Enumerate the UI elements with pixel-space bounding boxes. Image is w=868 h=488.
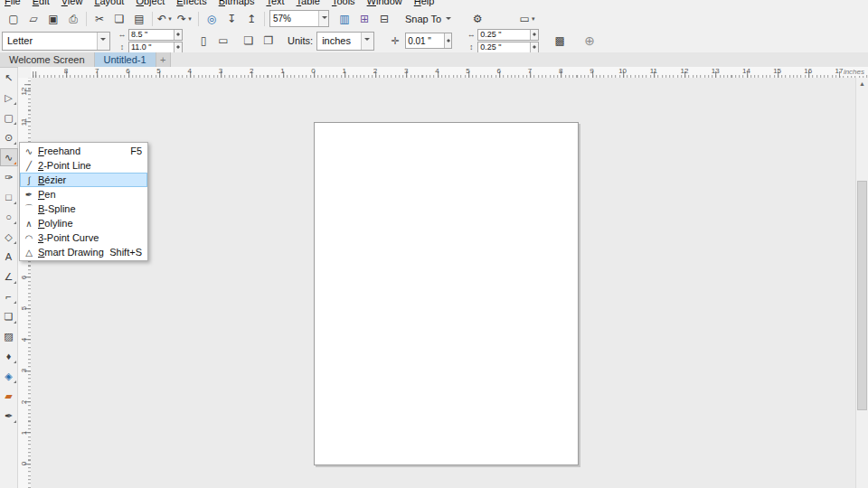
zoom-dropdown-arrow-icon[interactable] <box>318 11 328 26</box>
menu-view[interactable]: View <box>61 0 83 6</box>
flyout-item-b-zier[interactable]: ∫ Bézier <box>20 173 147 187</box>
crop-tool-button[interactable]: ▢ <box>1 109 17 126</box>
zoom-level-input[interactable] <box>270 11 318 26</box>
drawing-canvas[interactable] <box>31 78 856 488</box>
duplicate-x-spin[interactable] <box>477 29 539 41</box>
undo-button[interactable]: ↶▾ <box>156 11 175 27</box>
page-height-spinner[interactable] <box>174 42 182 52</box>
text-tool-button[interactable]: A <box>1 249 17 265</box>
save-button[interactable]: ▣ <box>43 11 63 27</box>
scrollbar-up-arrow-icon[interactable]: ▲ <box>856 78 868 89</box>
page-width-spinner[interactable] <box>174 30 182 40</box>
new-document-button[interactable]: ▢ <box>4 11 24 27</box>
parallel-dimension-tool-button[interactable]: ∠ <box>1 268 17 285</box>
menu-help[interactable]: Help <box>414 0 435 6</box>
h-ruler-number: 3 <box>219 67 222 75</box>
scrollbar-thumb[interactable] <box>857 181 867 410</box>
polygon-tool-button[interactable]: ◇ <box>1 229 17 245</box>
options-button[interactable]: ⚙ <box>467 11 487 27</box>
duplicate-y-spin[interactable] <box>477 42 539 53</box>
export-button[interactable]: ↥ <box>241 11 261 27</box>
zoom-level-combo[interactable] <box>269 10 329 27</box>
application-launcher-button[interactable]: ▭▾ <box>518 11 538 27</box>
menu-layout[interactable]: Layout <box>94 0 124 6</box>
menu-object[interactable]: Object <box>136 0 165 6</box>
print-icon: ⎙ <box>69 14 78 24</box>
menu-text[interactable]: Text <box>266 0 284 6</box>
current-page-button[interactable] <box>259 32 278 50</box>
show-grid-button[interactable]: ⊟ <box>374 11 394 27</box>
h-ruler-number: 3 <box>404 67 408 75</box>
landscape-button[interactable] <box>213 32 233 50</box>
flyout-item-b-spline[interactable]: ⌒ B-Spline <box>20 202 147 216</box>
nudge-offset-spin[interactable] <box>405 33 452 49</box>
rectangle-tool-button[interactable]: □ <box>1 189 17 205</box>
interactive-fill-tool-button[interactable]: ◈ <box>1 368 17 384</box>
artistic-media-tool-button[interactable]: ✑ <box>1 169 17 185</box>
menu-bitmaps[interactable]: Bitmaps <box>219 0 255 6</box>
copy-button[interactable]: ❏ <box>109 11 129 27</box>
export-icon: ↥ <box>247 14 256 24</box>
menu-tools[interactable]: Tools <box>332 0 355 6</box>
page-size-select[interactable]: Letter <box>2 32 110 51</box>
tab-welcome-screen[interactable]: Welcome Screen <box>0 52 95 67</box>
tab-untitled-1[interactable]: Untitled-1 <box>95 52 156 67</box>
pick-tool-button[interactable]: ↖ <box>1 70 17 86</box>
search-content-button[interactable]: ◎ <box>202 11 222 27</box>
page-width-input[interactable] <box>129 30 174 40</box>
flyout-item-3-point-curve[interactable]: ◠ 3-Point Curve <box>20 230 147 245</box>
ellipse-tool-button[interactable]: ○ <box>1 209 17 225</box>
smart-fill-tool-button[interactable]: ▰ <box>1 388 17 404</box>
vertical-ruler[interactable]: 1211109876543210 <box>18 78 32 488</box>
menu-table[interactable]: Table <box>297 0 320 6</box>
color-eyedropper-tool-button[interactable]: ♦ <box>1 348 17 364</box>
flyout-item-pen[interactable]: ✒ Pen <box>20 187 147 202</box>
page-width-spin[interactable] <box>128 29 183 41</box>
application-launcher-dropdown-arrow-icon[interactable]: ▾ <box>530 15 537 23</box>
flyout-item-2-point-line[interactable]: ╱ 2-Point Line <box>20 158 147 173</box>
portrait-button[interactable] <box>193 32 213 50</box>
connector-tool-button[interactable]: ⌐ <box>1 288 17 305</box>
new-tab-button[interactable]: + <box>156 52 171 67</box>
document-page[interactable] <box>314 122 579 465</box>
vertical-scrollbar[interactable]: ▲ <box>855 78 868 488</box>
menu-edit[interactable]: Edit <box>33 0 50 6</box>
nudge-offset-spinner[interactable] <box>444 33 452 48</box>
outline-pen-tool-button[interactable]: ✒ <box>1 408 17 424</box>
zoom-tool-button[interactable]: ⊙ <box>1 129 17 145</box>
cut-button[interactable]: ✂ <box>90 11 109 27</box>
import-button[interactable]: ↧ <box>222 11 241 27</box>
duplicate-x-spinner[interactable] <box>530 30 538 40</box>
duplicate-y-input[interactable] <box>478 42 530 52</box>
menu-file[interactable]: File <box>5 0 21 6</box>
all-pages-button[interactable] <box>239 32 259 50</box>
full-screen-preview-button[interactable]: ▥ <box>335 11 354 27</box>
show-rulers-button[interactable]: ⊞ <box>354 11 374 27</box>
flyout-item-freehand[interactable]: ∿ Freehand F5 <box>20 144 147 158</box>
menu-effects[interactable]: Effects <box>176 0 206 6</box>
transparency-tool-button[interactable]: ▨ <box>1 328 17 344</box>
redo-dropdown-arrow-icon[interactable]: ▾ <box>186 15 193 23</box>
drop-shadow-tool-button[interactable]: ❏ <box>1 308 17 324</box>
duplicate-y-spinner[interactable] <box>530 42 538 52</box>
shape-tool-button[interactable]: ▷ <box>1 89 17 106</box>
treat-as-filled-button[interactable] <box>550 32 570 50</box>
add-control-button[interactable] <box>580 32 599 50</box>
menu-window[interactable]: Window <box>367 0 402 6</box>
open-button[interactable]: ▱ <box>24 11 43 27</box>
print-button[interactable]: ⎙ <box>63 11 83 27</box>
units-select[interactable]: inches <box>316 32 374 51</box>
snap-to-dropdown[interactable]: Snap To <box>401 11 457 27</box>
redo-button[interactable]: ↷▾ <box>175 11 195 27</box>
duplicate-x-input[interactable] <box>478 30 530 40</box>
nudge-offset-input[interactable] <box>406 33 444 48</box>
units-dropdown-arrow-icon[interactable] <box>361 33 373 50</box>
freehand-tool-button[interactable]: ∿ <box>1 149 17 165</box>
undo-dropdown-arrow-icon[interactable]: ▾ <box>166 15 174 23</box>
flyout-item-smart-drawing[interactable]: △ Smart Drawing Shift+S <box>20 245 147 259</box>
paste-button[interactable]: ▤ <box>129 11 149 27</box>
flyout-item-polyline[interactable]: ∧ Polyline <box>20 216 147 230</box>
page-size-dropdown-arrow-icon[interactable] <box>97 33 109 50</box>
page-height-spin[interactable] <box>128 42 183 53</box>
page-height-input[interactable] <box>129 42 174 52</box>
